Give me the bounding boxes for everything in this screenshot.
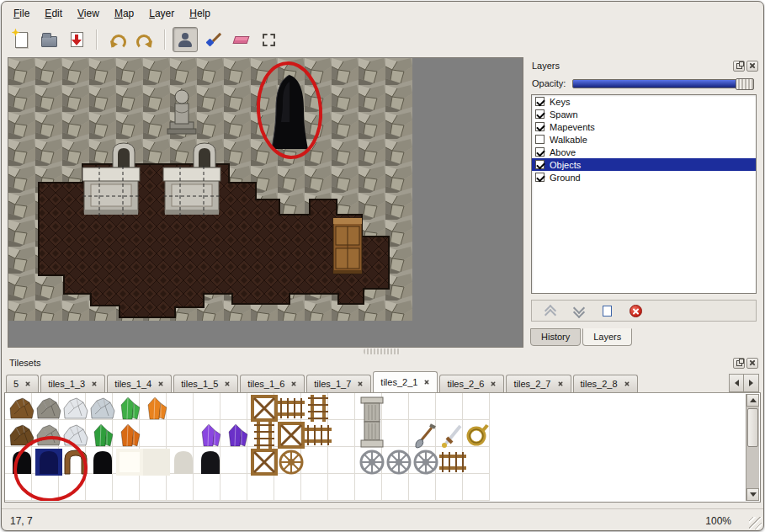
layer-row-spawn[interactable]: Spawn	[532, 108, 756, 120]
menu-view[interactable]: View	[71, 5, 106, 22]
tileset-tab-5[interactable]: 5	[6, 375, 39, 392]
layer-visible-checkbox[interactable]	[535, 147, 545, 157]
tab-layers[interactable]: Layers	[582, 328, 632, 346]
arrow-up-icon	[750, 398, 757, 402]
layer-visible-checkbox[interactable]	[535, 97, 545, 106]
tab-close-icon[interactable]	[92, 381, 97, 386]
tileset-tab-tiles_2_8[interactable]: tiles_2_8	[573, 375, 638, 392]
arrow-down-icon	[750, 492, 757, 497]
tileset-grid[interactable]	[5, 393, 732, 501]
layer-visible-checkbox[interactable]	[535, 109, 545, 119]
tab-close-icon[interactable]	[25, 381, 30, 386]
float-button[interactable]	[733, 61, 745, 72]
close-button[interactable]	[746, 358, 758, 369]
tileset-tab-tiles_2_6[interactable]: tiles_2_6	[439, 375, 504, 392]
layer-label: Objects	[550, 160, 581, 170]
close-icon	[749, 62, 756, 69]
tileset-tabbar: 5tiles_1_3tiles_1_4tiles_1_5tiles_1_6til…	[4, 370, 761, 393]
opacity-slider[interactable]	[572, 79, 754, 88]
tab-history[interactable]: History	[530, 328, 581, 346]
menu-edit[interactable]: Edit	[38, 5, 69, 22]
layer-list: KeysSpawnMapeventsWalkableAboveObjectsGr…	[531, 94, 757, 294]
layer-duplicate-button[interactable]	[599, 303, 614, 318]
tileset-tab-label: tiles_1_6	[247, 379, 284, 389]
tab-close-icon[interactable]	[358, 381, 363, 386]
undo-icon	[111, 35, 124, 45]
save-map-button[interactable]	[64, 27, 89, 52]
layer-label: Keys	[550, 97, 570, 107]
tab-close-icon[interactable]	[557, 381, 562, 386]
tab-close-icon[interactable]	[491, 381, 496, 386]
tileset-tab-label: tiles_2_8	[581, 379, 618, 389]
tab-close-icon[interactable]	[624, 381, 629, 386]
menu-map[interactable]: Map	[108, 5, 141, 22]
scroll-up-button[interactable]	[746, 394, 759, 407]
menu-help[interactable]: Help	[183, 5, 217, 22]
open-icon	[41, 36, 57, 47]
layer-visible-checkbox[interactable]	[535, 135, 545, 144]
opacity-slider-handle[interactable]	[736, 78, 754, 90]
tileset-tab-tiles_2_7[interactable]: tiles_2_7	[506, 375, 571, 392]
tileset-tab-tiles_1_3[interactable]: tiles_1_3	[40, 375, 105, 392]
layer-move-down-button[interactable]	[571, 303, 586, 318]
menu-layer[interactable]: Layer	[142, 5, 181, 22]
redo-button[interactable]	[132, 27, 157, 52]
splitter-handle[interactable]	[364, 348, 401, 354]
toolbar-separator	[96, 29, 98, 50]
map-view[interactable]	[8, 57, 523, 348]
scrollbar-track[interactable]	[746, 407, 759, 488]
eraser-icon	[232, 36, 249, 44]
eraser-tool-button[interactable]	[228, 27, 253, 52]
cursor-coordinates: 17, 7	[10, 515, 33, 527]
resize-grip[interactable]	[749, 517, 762, 529]
layer-toolbar	[531, 300, 757, 322]
float-button[interactable]	[733, 358, 745, 369]
scrollbar-thumb[interactable]	[747, 408, 758, 447]
layer-delete-button[interactable]	[628, 303, 643, 318]
tileset-tab-label: tiles_1_3	[48, 379, 85, 389]
tab-close-icon[interactable]	[424, 380, 429, 385]
toolbar	[2, 24, 763, 56]
tileset-tab-label: tiles_2_6	[447, 379, 484, 389]
tileset-tab-tiles_1_6[interactable]: tiles_1_6	[240, 375, 305, 392]
tileset-canvas[interactable]	[4, 393, 761, 503]
layer-label: Above	[550, 147, 576, 157]
tab-scroll-buttons	[729, 374, 759, 392]
layer-row-above[interactable]: Above	[532, 146, 756, 158]
layers-panel: Layers Opacity: KeysSpawnMapeventsWalkab…	[527, 58, 761, 348]
undo-button[interactable]	[104, 27, 130, 52]
tab-close-icon[interactable]	[225, 381, 230, 386]
layer-row-objects[interactable]: Objects	[532, 158, 756, 171]
menu-file[interactable]: File	[7, 5, 36, 22]
scroll-tabs-left-button[interactable]	[729, 374, 744, 392]
tab-close-icon[interactable]	[291, 381, 296, 386]
tileset-tab-tiles_2_1[interactable]: tiles_2_1	[373, 371, 438, 392]
map-canvas[interactable]	[8, 58, 523, 347]
tileset-tab-tiles_1_4[interactable]: tiles_1_4	[107, 375, 172, 392]
stamp-tool-button[interactable]	[173, 27, 198, 52]
layer-visible-checkbox[interactable]	[535, 173, 545, 182]
close-button[interactable]	[746, 61, 758, 72]
layer-row-ground[interactable]: Ground	[532, 171, 756, 184]
cabinet	[333, 218, 362, 274]
open-map-button[interactable]	[36, 27, 61, 52]
new-file-button[interactable]	[8, 27, 34, 52]
tileset-tab-tiles_1_7[interactable]: tiles_1_7	[306, 375, 371, 392]
toolbar-separator	[164, 29, 166, 50]
scroll-tabs-right-button[interactable]	[744, 374, 759, 392]
layer-move-up-button[interactable]	[542, 303, 557, 318]
tileset-tab-tiles_1_5[interactable]: tiles_1_5	[173, 375, 238, 392]
layer-row-mapevents[interactable]: Mapevents	[532, 120, 756, 133]
selection-tool-button[interactable]	[256, 27, 281, 52]
layer-visible-checkbox[interactable]	[535, 122, 545, 131]
layer-label: Walkable	[550, 135, 587, 145]
layer-row-walkable[interactable]: Walkable	[532, 133, 756, 146]
layer-row-keys[interactable]: Keys	[532, 95, 756, 108]
person-icon	[178, 33, 193, 47]
tab-close-icon[interactable]	[158, 381, 163, 386]
tileset-scrollbar[interactable]	[746, 394, 759, 501]
float-icon	[736, 63, 742, 69]
layer-visible-checkbox[interactable]	[535, 160, 545, 169]
scroll-down-button[interactable]	[746, 488, 759, 501]
paint-tool-button[interactable]	[200, 27, 226, 52]
